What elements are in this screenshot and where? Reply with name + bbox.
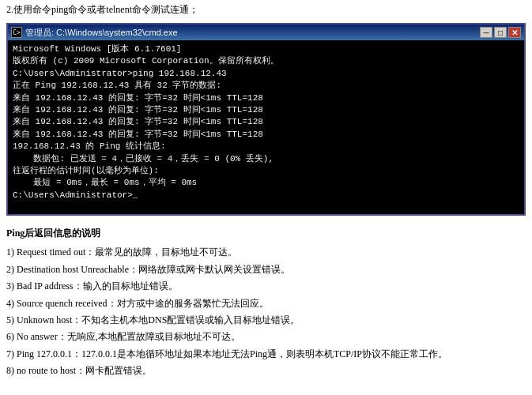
cmd-window: C> 管理员: C:\Windows\system32\cmd.exe ─ □ … (6, 23, 526, 216)
cmd-line: 正在 Ping 192.168.12.43 具有 32 字节的数据: (13, 80, 519, 92)
cmd-line: 最短 = 0ms，最长 = 0ms，平均 = 0ms (13, 177, 519, 189)
ping-item-number: 2) (6, 264, 17, 275)
ping-items-container: 1) Request timed out：最常见的故障，目标地址不可达。2) D… (6, 244, 526, 378)
ping-item: 2) Destination host Unreachable：网络故障或网卡默… (6, 261, 526, 277)
ping-item: 3) Bad IP address：输入的目标地址错误。 (6, 278, 526, 294)
ping-item: 7) Ping 127.0.0.1：127.0.0.1是本地循环地址如果本地址无… (6, 346, 526, 362)
cmd-line: C:\Users\Administrator>ping 192.168.12.4… (13, 68, 519, 80)
cmd-buttons: ─ □ ✕ (480, 27, 521, 38)
ping-item: 1) Request timed out：最常见的故障，目标地址不可达。 (6, 244, 526, 260)
cmd-title-text: 管理员: C:\Windows\system32\cmd.exe (25, 27, 178, 39)
ping-section: Ping后返回信息的说明 1) Request timed out：最常见的故障… (0, 222, 532, 383)
ping-item: 6) No answer：无响应,本地配置故障或目标地址不可达。 (6, 329, 526, 344)
ping-item-label[interactable]: Destination host Unreachable (17, 264, 129, 275)
minimize-button[interactable]: ─ (480, 27, 492, 38)
ping-item-number: 4) (6, 298, 17, 309)
cmd-icon: C> (11, 27, 22, 38)
ping-item-desc: ：不知名主机本地DNS配置错误或输入目标地址错误。 (72, 314, 300, 325)
cmd-line: 往返行程的估计时间(以毫秒为单位): (13, 165, 519, 177)
ping-item-number: 6) (6, 331, 17, 342)
ping-item: 5) Unknown host：不知名主机本地DNS配置错误或输入目标地址错误。 (6, 312, 526, 328)
ping-item-number: 8) (6, 365, 17, 376)
ping-item: 4) Source quench received：对方或中途的服务器繁忙无法回… (6, 295, 526, 311)
cmd-line: 来自 192.168.12.43 的回复: 字节=32 时间<1ms TTL=1… (13, 92, 519, 104)
cmd-line: 数据包: 已发送 = 4，已接收 = 4，丢失 = 0 (0% 丢失), (13, 153, 519, 165)
ping-item-desc: ：127.0.0.1是本地循环地址如果本地址无法Ping通，则表明本机TCP/I… (72, 348, 447, 359)
cmd-title-left: C> 管理员: C:\Windows\system32\cmd.exe (11, 27, 178, 39)
cmd-line: Microsoft Windows [版本 6.1.7601] (13, 43, 519, 55)
ping-item-number: 7) (6, 348, 17, 359)
ping-item-number: 3) (6, 280, 17, 292)
ping-section-title: Ping后返回信息的说明 (6, 225, 526, 241)
ping-item-desc: ：无响应,本地配置故障或目标地址不可达。 (58, 331, 240, 342)
maximize-button[interactable]: □ (494, 27, 507, 38)
ping-item-label[interactable]: Request timed out (17, 246, 85, 258)
ping-item-desc: ：对方或中途的服务器繁忙无法回应。 (108, 298, 269, 309)
ping-item-desc: ：输入的目标地址错误。 (74, 280, 178, 292)
cmd-line: C:\Users\Administrator>_ (13, 190, 519, 201)
cmd-line: 来自 192.168.12.43 的回复: 字节=32 时间<1ms TTL=1… (13, 116, 519, 128)
ping-item-number: 1) (6, 246, 17, 258)
top-instruction: 2.使用命令ping命令或者telnent命令测试连通； (0, 0, 532, 20)
ping-item-label[interactable]: No answer (17, 331, 58, 342)
cmd-line: 来自 192.168.12.43 的回复: 字节=32 时间<1ms TTL=1… (13, 104, 519, 116)
ping-item-number: 5) (6, 314, 17, 325)
ping-item-label[interactable]: Ping 127.0.0.1 (17, 348, 72, 359)
cmd-line: 版权所有 (c) 2009 Microsoft Corporation。保留所有… (13, 55, 519, 67)
ping-item-desc: ：最常见的故障，目标地址不可达。 (85, 246, 237, 258)
close-button[interactable]: ✕ (508, 27, 521, 38)
ping-item-desc: ：网络故障或网卡默认网关设置错误。 (129, 264, 290, 275)
ping-item-label[interactable]: no route to host (17, 365, 76, 376)
ping-item-label[interactable]: Bad IP address (17, 280, 74, 292)
ping-item: 8) no route to host：网卡配置错误。 (6, 363, 526, 378)
cmd-body: Microsoft Windows [版本 6.1.7601]版权所有 (c) … (8, 40, 524, 214)
cmd-line: 来自 192.168.12.43 的回复: 字节=32 时间<1ms TTL=1… (13, 129, 519, 141)
cmd-line: 192.168.12.43 的 Ping 统计信息: (13, 141, 519, 152)
ping-item-desc: ：网卡配置错误。 (76, 365, 152, 376)
ping-item-label[interactable]: Unknown host (17, 314, 72, 325)
cmd-titlebar: C> 管理员: C:\Windows\system32\cmd.exe ─ □ … (8, 24, 524, 40)
ping-item-label[interactable]: Source quench received (17, 298, 108, 309)
